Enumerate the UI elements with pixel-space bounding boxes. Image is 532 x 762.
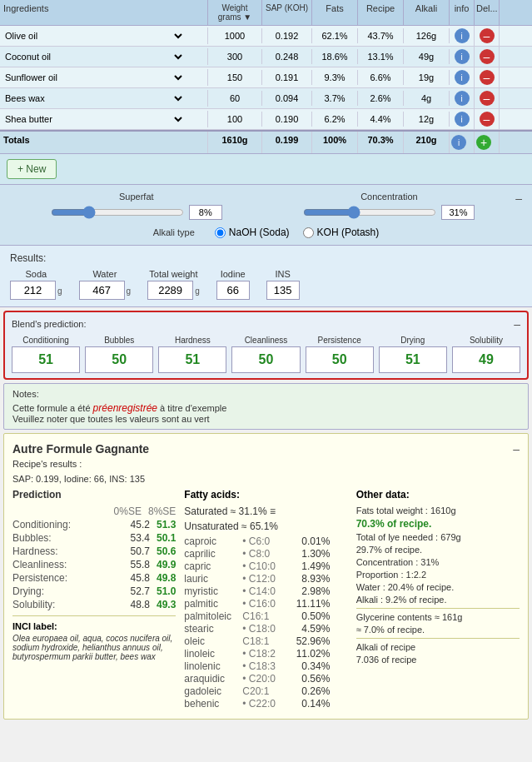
ingredient-select[interactable]: Sunflower oil xyxy=(2,72,185,83)
fatty-name: palmitoleic xyxy=(184,610,242,622)
controls-collapse-button[interactable]: – xyxy=(515,192,522,205)
pred-0se: 50.7 xyxy=(131,545,150,557)
ingredient-delete-button[interactable]: – xyxy=(480,112,495,127)
other-divider xyxy=(356,608,520,609)
prediction-row: Hardness: 50.7 50.6 xyxy=(12,545,176,557)
ingredient-info-button[interactable]: i xyxy=(455,70,470,85)
ingredient-sap: 0.191 xyxy=(262,70,312,85)
pred-header: 0%SE 8%SE xyxy=(12,506,176,517)
fatty-name: palmitic xyxy=(184,598,242,610)
naoh-option[interactable]: NaOH (Soda) xyxy=(215,227,290,238)
recipe-columns: Prediction 0%SE 8%SE Conditioning: 45.2 … xyxy=(12,489,520,710)
col-header-del: Del... xyxy=(475,0,500,25)
blend-item: Conditioning 51 xyxy=(12,336,80,373)
totals-label: Totals xyxy=(0,132,208,153)
table-row: Bees wax 60 0.094 3.7% 2.6% 4g i – xyxy=(0,88,532,109)
ingredient-recipe: 43.7% xyxy=(358,28,404,43)
ingredient-delete-button[interactable]: – xyxy=(480,91,495,106)
fatty-code: • C20:0 xyxy=(242,673,284,685)
totals-add-button[interactable]: + xyxy=(476,135,491,150)
controls-row: Superfat 8% Concentration 31% – xyxy=(10,192,522,220)
superfat-slider-row: 8% xyxy=(51,205,222,220)
col-header-weight: Weight grams ▼ xyxy=(208,0,262,25)
naoh-radio[interactable] xyxy=(215,227,226,238)
ingredient-select[interactable]: Bees wax xyxy=(2,92,185,104)
ingredient-delete-button[interactable]: – xyxy=(480,28,495,43)
superfat-slider[interactable] xyxy=(51,206,184,219)
ingredient-fats: 18.6% xyxy=(312,49,358,64)
pred-8se: 51.3 xyxy=(157,519,176,530)
fatty-acid-row: linolenic • C18:3 0.34% xyxy=(184,660,347,672)
fatty-code: C16:1 xyxy=(242,610,284,622)
ingredient-info-button[interactable]: i xyxy=(455,28,470,43)
blend-item-label: Solubility xyxy=(470,336,503,345)
water-unit: g xyxy=(127,286,132,296)
ingredient-alkali: 126g xyxy=(404,28,450,43)
ingredient-fats: 6.2% xyxy=(312,112,358,127)
pred-8se: 49.3 xyxy=(157,599,176,610)
koh-radio[interactable] xyxy=(303,227,314,238)
ingredient-delete-button[interactable]: – xyxy=(480,70,495,85)
col-header-info: info xyxy=(450,0,475,25)
ingredient-delete-button[interactable]: – xyxy=(480,49,495,64)
other-data-title: Other data: xyxy=(356,489,520,501)
water-value: 467 xyxy=(79,281,125,300)
recipe-title: Autre Formule Gagnante xyxy=(12,442,149,456)
ingredient-select[interactable]: Coconut oil xyxy=(2,51,185,62)
ingredient-recipe: 13.1% xyxy=(358,49,404,64)
blend-item-value: 50 xyxy=(85,346,153,373)
prediction-row: Persistence: 45.8 49.8 xyxy=(12,572,176,584)
concentration-slider[interactable] xyxy=(303,206,436,219)
fatty-val: 1.49% xyxy=(284,560,330,572)
fatty-val: 0.14% xyxy=(284,698,330,710)
ingredients-section: Ingredients Weight grams ▼ SAP (KOH) Fat… xyxy=(0,0,532,153)
fatty-summary2: Unsaturated ≈ 65.1% xyxy=(184,520,347,532)
glycerine-line1: Glycerine contents ≈ 161g xyxy=(356,612,520,622)
new-ingredient-button[interactable]: + New xyxy=(7,159,57,179)
ingredient-select[interactable]: Olive oil xyxy=(2,30,185,42)
totals-info-button[interactable]: i xyxy=(451,135,466,150)
ingredient-weight: 150 xyxy=(208,70,262,85)
ingredient-name-cell: Shea butter xyxy=(0,111,208,127)
ingredient-select[interactable]: Shea butter xyxy=(2,113,185,125)
ingredient-alkali: 19g xyxy=(404,70,450,85)
superfat-label: Superfat xyxy=(119,192,154,202)
fatty-name: caprilic xyxy=(184,548,242,560)
fatty-acid-row: araquidic • C20:0 0.56% xyxy=(184,673,347,685)
recipe-middle-col: Fatty acids: Saturated ≈ 31.1% ≡ Unsatur… xyxy=(184,489,347,710)
alkali-recipe-label: Alkali of recipe xyxy=(356,642,520,652)
ingredient-info-button[interactable]: i xyxy=(455,91,470,106)
notes-line1: Cette formule a été préenregistrée à tit… xyxy=(12,402,520,414)
blend-item-label: Hardness xyxy=(175,336,211,345)
col-header-ingredients: Ingredients xyxy=(0,0,208,25)
fatty-code: • C18:2 xyxy=(242,648,284,660)
iodine-result: Iodine 66 xyxy=(216,269,250,300)
pct-recipe-label: 7.036 of recipe xyxy=(356,655,520,665)
recipe-collapse-button[interactable]: – xyxy=(513,442,520,456)
fatty-val: 11.02% xyxy=(284,648,330,660)
blend-item: Cleanliness 50 xyxy=(231,336,300,373)
other-data-row: 70.3% of recipe. xyxy=(356,518,520,530)
pred-vals: 55.8 49.9 xyxy=(131,559,177,570)
prediction-rows: Conditioning: 45.2 51.3 Bubbles: 53.4 50… xyxy=(12,519,176,610)
blend-item: Solubility 49 xyxy=(452,336,520,373)
fatty-val: 0.50% xyxy=(284,610,330,622)
blend-header: Blend's prediction: – xyxy=(12,317,520,331)
blend-items-row: Conditioning 51 Bubbles 50 Hardness 51 C… xyxy=(12,336,520,373)
fatty-val: 1.30% xyxy=(284,548,330,560)
notes-title: Notes: xyxy=(12,389,520,399)
ingredient-info-button[interactable]: i xyxy=(455,49,470,64)
water-val-row: 467 g xyxy=(79,281,132,300)
ins-result: INS 135 xyxy=(266,269,300,300)
ingredient-fats: 62.1% xyxy=(312,28,358,43)
fatty-acid-row: oleic C18:1 52.96% xyxy=(184,635,347,647)
fatty-val: 0.01% xyxy=(284,535,330,547)
fatty-val: 0.34% xyxy=(284,660,330,672)
blend-collapse-button[interactable]: – xyxy=(514,317,520,331)
alkali-type-label: Alkali type xyxy=(153,227,195,237)
ingredient-info-button[interactable]: i xyxy=(455,112,470,127)
superfat-value: 8% xyxy=(189,205,222,220)
koh-option[interactable]: KOH (Potash) xyxy=(303,227,380,238)
fatty-name: caproic xyxy=(184,535,242,547)
ingredient-sap: 0.190 xyxy=(262,112,312,127)
